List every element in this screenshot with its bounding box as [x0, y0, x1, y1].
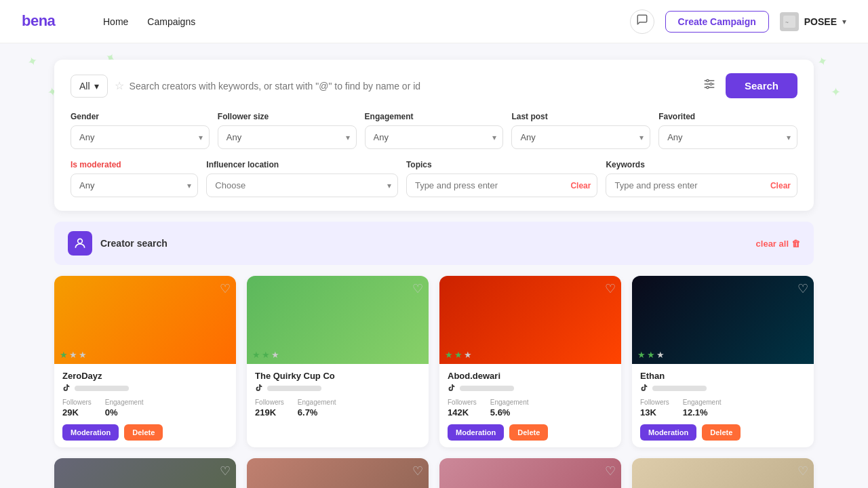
filter-location: Influencer location ▾ — [206, 160, 398, 197]
star-icon: ☆ — [115, 79, 124, 92]
followers-label-0: Followers — [62, 399, 92, 406]
filter-engagement-wrap[interactable]: Any ▾ — [365, 125, 504, 149]
heart-button-0[interactable]: ♡ — [220, 281, 231, 296]
filter-topics-input[interactable] — [406, 174, 598, 197]
card-image-7: ♡ ★★★ — [632, 458, 814, 488]
filter-keywords-wrap[interactable]: Clear — [606, 174, 797, 197]
delete-button-3[interactable]: Delete — [702, 424, 741, 441]
svg-point-8 — [707, 86, 709, 88]
star-filled-2: ★ — [454, 350, 462, 360]
filter-location-input[interactable] — [206, 174, 398, 197]
star-empty-3: ★ — [79, 350, 87, 360]
star-filled-1: ★ — [445, 350, 453, 360]
engagement-label-1: Engagement — [298, 399, 336, 406]
engagement-label-2: Engagement — [490, 399, 529, 406]
filter-is-moderated-label: Is moderated — [71, 160, 198, 169]
handle-placeholder-1 — [267, 386, 321, 391]
card-0: ♡ ★★★ ZeroDayz Followers 29K Engagement … — [54, 276, 236, 447]
filter-icon-button[interactable] — [700, 75, 719, 97]
filter-gender-select[interactable]: Any — [71, 125, 210, 149]
handle-placeholder-2 — [460, 386, 514, 391]
avatar: ~ — [780, 12, 799, 31]
card-handle-bar-2 — [448, 384, 613, 393]
card-5: ♡ ★★★ — [247, 458, 429, 488]
card-image-3: ♡ ★★★ — [632, 276, 814, 364]
filter-last-post-select[interactable]: Any — [511, 125, 650, 149]
user-name: POSEE — [804, 16, 837, 27]
tiktok-icon-2 — [448, 384, 456, 393]
tiktok-icon-3 — [640, 384, 648, 393]
heart-button-2[interactable]: ♡ — [605, 281, 616, 296]
search-input[interactable] — [130, 81, 693, 92]
filter-last-post-wrap[interactable]: Any ▾ — [511, 125, 650, 149]
card-name-0: ZeroDayz — [62, 371, 228, 381]
delete-button-2[interactable]: Delete — [509, 424, 548, 441]
card-body-2: Abod.dewari Followers 142K Engagement 5.… — [439, 364, 621, 447]
chat-icon-button[interactable] — [630, 9, 654, 34]
filter-favorited-wrap[interactable]: Any ▾ — [658, 125, 797, 149]
search-button[interactable]: Search — [726, 73, 797, 98]
star-filled-1: ★ — [252, 350, 260, 360]
card-image-4: ♡ ★★★ — [54, 458, 236, 488]
clear-all-button[interactable]: clear all 🗑 — [756, 239, 800, 249]
followers-stat-1: Followers 219K — [255, 399, 284, 418]
star-empty-3: ★ — [271, 350, 279, 360]
filter-keywords-clear[interactable]: Clear — [770, 181, 791, 190]
filter-moderated-select[interactable]: Any — [71, 174, 198, 197]
logo: bena — [22, 9, 76, 34]
chevron-location-icon: ▾ — [387, 181, 391, 190]
card-7: ♡ ★★★ — [632, 458, 814, 488]
filter-topics: Topics Clear — [406, 160, 598, 197]
filter-keywords-input[interactable] — [606, 174, 797, 197]
filter-follower-size-select[interactable]: Any — [218, 125, 357, 149]
all-label: All — [79, 81, 90, 92]
card-rating-2: ★★★ — [445, 350, 472, 360]
user-area[interactable]: ~ POSEE ▾ — [780, 12, 846, 31]
filter-keywords-label: Keywords — [606, 160, 797, 169]
filter-favorited-select[interactable]: Any — [658, 125, 797, 149]
star-empty-3: ★ — [656, 350, 665, 360]
moderation-button-3[interactable]: Moderation — [640, 424, 696, 441]
followers-label-2: Followers — [448, 399, 477, 406]
nav-home[interactable]: Home — [103, 16, 128, 27]
heart-button-6[interactable]: ♡ — [605, 464, 616, 479]
creator-search-left: Creator search — [68, 231, 167, 256]
cards-grid: ♡ ★★★ ZeroDayz Followers 29K Engagement … — [54, 276, 814, 488]
engagement-stat-1: Engagement 6.7% — [298, 399, 336, 418]
star-empty-2: ★ — [69, 350, 77, 360]
card-image-2: ♡ ★★★ — [439, 276, 621, 364]
heart-button-1[interactable]: ♡ — [412, 281, 423, 296]
filters-row-1: Gender Any ▾ Follower size Any ▾ — [71, 112, 797, 149]
nav-links: Home Campaigns — [103, 16, 630, 27]
followers-stat-3: Followers 13K — [640, 399, 669, 418]
filter-location-wrap[interactable]: ▾ — [206, 174, 398, 197]
heart-button-4[interactable]: ♡ — [220, 464, 231, 479]
heart-button-3[interactable]: ♡ — [797, 281, 808, 296]
delete-button-0[interactable]: Delete — [124, 424, 163, 441]
filter-moderated-wrap[interactable]: Any ▾ — [71, 174, 198, 197]
heart-button-5[interactable]: ♡ — [412, 464, 423, 479]
handle-placeholder-3 — [652, 386, 707, 391]
filter-engagement-select[interactable]: Any — [365, 125, 504, 149]
moderation-button-0[interactable]: Moderation — [62, 424, 119, 441]
create-campaign-button[interactable]: Create Campaign — [665, 11, 769, 33]
filter-gender-select-wrap[interactable]: Any ▾ — [71, 125, 210, 149]
filter-topics-clear[interactable]: Clear — [570, 181, 591, 190]
moderation-button-2[interactable]: Moderation — [448, 424, 504, 441]
star-filled-2: ★ — [647, 350, 655, 360]
filter-topics-wrap[interactable]: Clear — [406, 174, 598, 197]
card-image-6: ♡ ★★★ — [439, 458, 621, 488]
engagement-value-3: 12.1% — [683, 407, 722, 418]
all-dropdown[interactable]: All ▾ — [71, 75, 108, 98]
followers-stat-2: Followers 142K — [448, 399, 477, 418]
nav-campaigns[interactable]: Campaigns — [147, 16, 195, 27]
card-image-5: ♡ ★★★ — [247, 458, 429, 488]
filter-follower-size-wrap[interactable]: Any ▾ — [218, 125, 357, 149]
star-filled-2: ★ — [262, 350, 270, 360]
engagement-value-1: 6.7% — [298, 407, 336, 418]
filters-row-2: Is moderated Any ▾ Influencer location ▾… — [71, 160, 797, 197]
filter-last-post-label: Last post — [511, 112, 650, 121]
heart-button-7[interactable]: ♡ — [797, 464, 808, 479]
followers-label-1: Followers — [255, 399, 284, 406]
search-row: All ▾ ☆ Search — [71, 73, 797, 98]
